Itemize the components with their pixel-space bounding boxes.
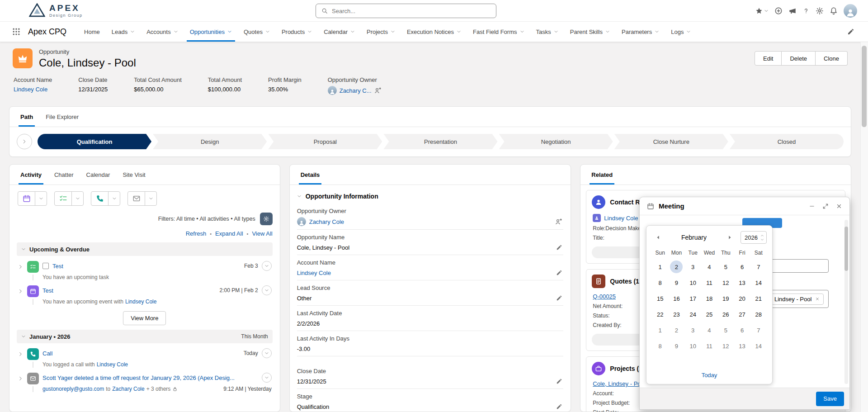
nav-tab-tasks[interactable]: Tasks <box>530 22 564 42</box>
calendar-day-next-5[interactable]: 5 <box>719 324 732 336</box>
event-actions-button[interactable] <box>262 285 272 295</box>
announcements-icon[interactable] <box>788 7 797 15</box>
edit-navigation-pencil-icon[interactable] <box>847 28 854 35</box>
edit-field-pencil-icon[interactable] <box>556 378 562 384</box>
nav-tab-quotes[interactable]: Quotes <box>238 22 276 42</box>
call-actions-button[interactable] <box>262 348 272 358</box>
nav-tab-accounts[interactable]: Accounts <box>141 22 184 42</box>
calendar-day-12[interactable]: 12 <box>719 276 732 289</box>
calendar-day-15[interactable]: 15 <box>654 292 666 305</box>
field-value-link[interactable]: Lindsey Cole <box>297 270 331 276</box>
email-dropdown[interactable] <box>145 192 156 205</box>
log-call-dropdown[interactable] <box>108 192 120 205</box>
calendar-day-8[interactable]: 8 <box>654 276 666 289</box>
calendar-day-2[interactable]: 2 <box>670 260 683 273</box>
calendar-day-23[interactable]: 23 <box>670 308 683 321</box>
path-stage-presentation[interactable]: Presentation <box>383 134 497 149</box>
event-subtext-contact-link[interactable]: Lindsey Cole <box>125 298 156 305</box>
contact-role-link[interactable]: Lindsey Cole <box>604 215 638 222</box>
expand-chevron-icon[interactable] <box>18 351 24 357</box>
new-task-button[interactable] <box>55 192 72 205</box>
new-event-dropdown[interactable] <box>35 192 47 205</box>
calendar-day-next-1[interactable]: 1 <box>654 324 666 336</box>
timeline-settings-button[interactable] <box>260 213 273 225</box>
nav-tab-projects[interactable]: Projects <box>361 22 401 42</box>
dialog-scrollbar[interactable] <box>844 220 848 384</box>
calendar-day-next-3[interactable]: 3 <box>687 324 699 336</box>
edit-field-pencil-icon[interactable] <box>556 270 562 276</box>
calendar-day-19[interactable]: 19 <box>719 292 732 305</box>
profile-avatar[interactable] <box>844 4 857 18</box>
log-call-button[interactable] <box>91 192 108 205</box>
calendar-day-next-12[interactable]: 12 <box>719 340 732 352</box>
calendar-day-14[interactable]: 14 <box>752 276 765 289</box>
quote-link[interactable]: Q-00025 <box>593 293 616 300</box>
delete-button[interactable]: Delete <box>782 51 816 66</box>
search-input[interactable] <box>332 8 491 14</box>
field-value-link[interactable]: Zachary Cole <box>309 218 344 225</box>
minimize-icon[interactable] <box>809 203 815 209</box>
calendar-day-7[interactable]: 7 <box>752 260 765 273</box>
path-stage-negotiation[interactable]: Negotiation <box>499 134 613 149</box>
call-link[interactable]: Call <box>42 350 52 357</box>
email-from-link[interactable]: gustonoreply@gusto.com <box>42 386 104 392</box>
calendar-day-next-4[interactable]: 4 <box>703 324 716 336</box>
calendar-day-5[interactable]: 5 <box>719 260 732 273</box>
calendar-day-13[interactable]: 13 <box>736 276 749 289</box>
expand-icon[interactable] <box>822 203 829 209</box>
task-checkbox[interactable] <box>42 263 49 269</box>
app-launcher-icon[interactable] <box>12 27 21 36</box>
calendar-day-22[interactable]: 22 <box>654 308 666 321</box>
calendar-day-16[interactable]: 16 <box>670 292 683 305</box>
nav-tab-products[interactable]: Products <box>276 22 318 42</box>
email-actions-button[interactable] <box>262 373 272 383</box>
tab-details[interactable]: Details <box>294 165 326 185</box>
setup-gear-icon[interactable] <box>816 7 824 15</box>
calendar-day-next-2[interactable]: 2 <box>670 324 683 336</box>
tab-chatter[interactable]: Chatter <box>48 165 80 185</box>
next-month-button[interactable] <box>723 231 736 244</box>
calendar-day-9[interactable]: 9 <box>670 276 683 289</box>
calendar-day-next-7[interactable]: 7 <box>752 324 765 336</box>
path-stage-close-nurture[interactable]: Close Nurture <box>614 134 728 149</box>
view-more-button[interactable]: View More <box>123 311 166 325</box>
nav-tab-logs[interactable]: Logs <box>665 22 697 42</box>
remove-pill-icon[interactable] <box>815 297 820 301</box>
email-button[interactable] <box>128 192 145 205</box>
project-link[interactable]: Cole, Lindsey - Pool <box>593 380 645 387</box>
calendar-day-17[interactable]: 17 <box>687 292 699 305</box>
nav-tab-fast-field-forms[interactable]: Fast Field Forms <box>467 22 530 42</box>
path-stage-qualification[interactable]: Qualification <box>38 134 151 149</box>
refresh-link[interactable]: Refresh <box>186 230 207 237</box>
previous-month-button[interactable] <box>652 231 665 244</box>
calendar-day-10[interactable]: 10 <box>687 276 699 289</box>
global-actions-icon[interactable] <box>774 7 783 15</box>
calendar-day-21[interactable]: 21 <box>752 292 765 305</box>
calendar-day-next-14[interactable]: 14 <box>752 340 765 352</box>
calendar-day-3[interactable]: 3 <box>687 260 699 273</box>
expand-chevron-icon[interactable] <box>18 264 24 270</box>
path-scroll-button[interactable] <box>17 134 32 149</box>
calendar-day-6[interactable]: 6 <box>736 260 749 273</box>
nav-tab-opportunities[interactable]: Opportunities <box>184 22 238 42</box>
calendar-day-next-6[interactable]: 6 <box>736 324 749 336</box>
section-upcoming-overdue[interactable]: Upcoming & Overdue <box>17 242 273 256</box>
event-link[interactable]: Test <box>42 287 53 294</box>
calendar-day-next-13[interactable]: 13 <box>736 340 749 352</box>
calendar-day-28[interactable]: 28 <box>752 308 765 321</box>
change-owner-icon[interactable] <box>374 87 382 94</box>
nav-tab-parent-skills[interactable]: Parent Skills <box>564 22 616 42</box>
calendar-day-26[interactable]: 26 <box>719 308 732 321</box>
task-actions-button[interactable] <box>262 261 272 271</box>
tab-file-explorer[interactable]: File Explorer <box>39 107 85 127</box>
today-link[interactable]: Today <box>702 372 717 379</box>
page-scrollbar[interactable] <box>860 42 868 412</box>
close-icon[interactable] <box>836 203 842 209</box>
field-value-link[interactable]: Zachary C... <box>340 87 372 94</box>
global-search[interactable] <box>316 4 496 18</box>
save-button[interactable]: Save <box>816 392 844 406</box>
task-link[interactable]: Test <box>52 263 63 270</box>
calendar-day-11[interactable]: 11 <box>703 276 716 289</box>
page-scrollbar-thumb[interactable] <box>862 46 867 127</box>
view-all-link[interactable]: View All <box>252 230 272 237</box>
